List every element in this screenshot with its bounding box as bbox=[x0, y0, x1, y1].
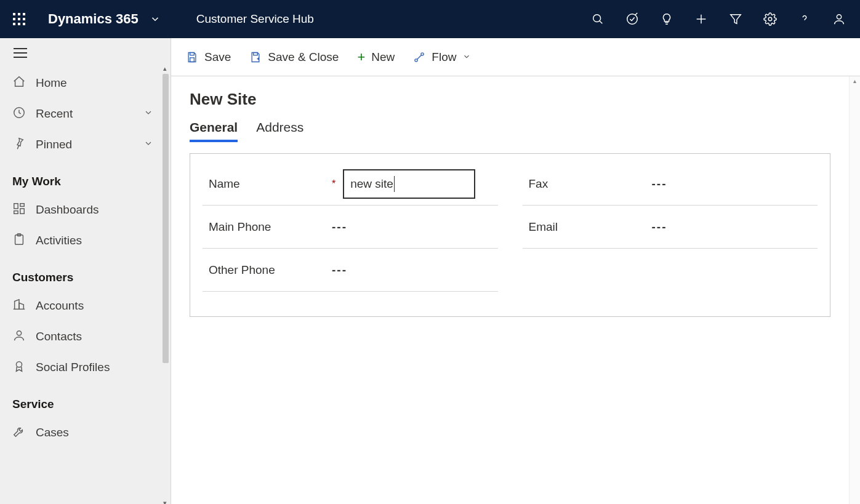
svg-point-7 bbox=[768, 17, 772, 21]
new-label: New bbox=[371, 50, 395, 64]
waffle-icon bbox=[13, 13, 25, 25]
chevron-down-icon bbox=[143, 138, 153, 151]
badge-icon bbox=[12, 359, 26, 376]
app-launcher-button[interactable] bbox=[6, 6, 32, 32]
hub-title[interactable]: Customer Service Hub bbox=[196, 12, 314, 26]
help-button[interactable] bbox=[790, 4, 819, 34]
clipboard-icon bbox=[12, 233, 26, 249]
scroll-up-icon: ▴ bbox=[159, 65, 171, 73]
scroll-down-icon: ▾ bbox=[159, 499, 171, 504]
quick-create-button[interactable] bbox=[686, 4, 716, 34]
settings-button[interactable] bbox=[755, 4, 785, 34]
sidebar-section-service: Service bbox=[0, 383, 171, 417]
page-title: New Site bbox=[190, 90, 830, 109]
plus-icon bbox=[694, 12, 708, 26]
svg-line-3 bbox=[635, 13, 638, 15]
sidebar-item-cases[interactable]: Cases bbox=[0, 417, 171, 448]
sidebar-item-label: Home bbox=[36, 76, 153, 90]
flow-icon bbox=[413, 51, 425, 63]
sidebar-item-dashboards[interactable]: Dashboards bbox=[0, 194, 171, 225]
field-label: Other Phone bbox=[203, 263, 332, 277]
command-bar: Save Save & Close + New Flow bbox=[171, 38, 860, 76]
svg-point-24 bbox=[421, 52, 424, 55]
brand-title[interactable]: Dynamics 365 bbox=[48, 11, 139, 27]
field-value: --- bbox=[652, 220, 667, 234]
account-button[interactable] bbox=[824, 4, 854, 34]
flow-label: Flow bbox=[432, 50, 456, 64]
svg-rect-12 bbox=[20, 203, 24, 206]
person-icon bbox=[832, 12, 846, 26]
main-area: Save Save & Close + New Flow New Site Ge… bbox=[171, 38, 860, 504]
sidebar-item-label: Contacts bbox=[36, 330, 153, 343]
chevron-down-icon bbox=[143, 107, 153, 121]
chevron-down-icon bbox=[462, 50, 471, 64]
save-close-label: Save & Close bbox=[268, 50, 339, 64]
field-other-phone[interactable]: Other Phone --- bbox=[203, 249, 498, 292]
svg-point-2 bbox=[627, 14, 638, 25]
tab-general[interactable]: General bbox=[190, 120, 238, 142]
search-button[interactable] bbox=[583, 4, 613, 34]
sidebar-item-label: Recent bbox=[36, 107, 134, 121]
sidebar-item-recent[interactable]: Recent bbox=[0, 98, 171, 129]
search-icon bbox=[591, 12, 605, 26]
field-fax[interactable]: Fax --- bbox=[523, 162, 818, 206]
svg-point-0 bbox=[593, 15, 601, 22]
field-label: Fax bbox=[523, 177, 652, 191]
sidebar-item-pinned[interactable]: Pinned bbox=[0, 129, 171, 160]
field-email[interactable]: Email --- bbox=[523, 206, 818, 249]
home-icon bbox=[12, 75, 26, 92]
save-button[interactable]: Save bbox=[186, 50, 231, 64]
svg-rect-22 bbox=[254, 52, 258, 55]
dashboard-icon bbox=[12, 202, 26, 218]
save-close-button[interactable]: Save & Close bbox=[249, 50, 339, 64]
svg-point-9 bbox=[837, 15, 841, 19]
field-value: --- bbox=[332, 220, 347, 234]
lightbulb-icon bbox=[660, 12, 673, 26]
field-name: Name * new site bbox=[203, 162, 498, 206]
content-scrollbar[interactable]: ▴ bbox=[849, 76, 860, 504]
sidebar-item-social-profiles[interactable]: Social Profiles bbox=[0, 352, 171, 383]
sidebar-item-accounts[interactable]: Accounts bbox=[0, 290, 171, 321]
sidebar-item-contacts[interactable]: Contacts bbox=[0, 321, 171, 352]
svg-point-23 bbox=[415, 58, 417, 61]
sidebar-item-label: Dashboards bbox=[36, 203, 153, 217]
task-checkmark-icon bbox=[625, 12, 639, 26]
global-navbar: Dynamics 365 Customer Service Hub bbox=[0, 0, 860, 38]
flow-button[interactable]: Flow bbox=[413, 50, 471, 64]
filter-icon bbox=[729, 12, 742, 26]
tab-address[interactable]: Address bbox=[256, 120, 303, 142]
advanced-find-button[interactable] bbox=[721, 4, 750, 34]
task-flow-button[interactable] bbox=[617, 4, 647, 34]
svg-rect-14 bbox=[14, 210, 18, 214]
svg-point-18 bbox=[17, 330, 21, 335]
sidebar-item-label: Pinned bbox=[36, 138, 134, 151]
scrollbar-thumb[interactable] bbox=[163, 74, 169, 363]
plus-icon: + bbox=[357, 50, 365, 64]
svg-rect-11 bbox=[14, 203, 18, 208]
new-button[interactable]: + New bbox=[357, 50, 395, 64]
field-label: Email bbox=[523, 220, 652, 234]
clock-icon bbox=[12, 106, 26, 122]
workspace: Home Recent Pinned My Work Dashboards Ac… bbox=[0, 38, 860, 504]
assistant-button[interactable] bbox=[652, 4, 681, 34]
sidebar-item-activities[interactable]: Activities bbox=[0, 225, 171, 256]
brand-switcher-chevron[interactable] bbox=[150, 14, 161, 25]
field-main-phone[interactable]: Main Phone --- bbox=[203, 206, 498, 249]
sidebar-item-home[interactable]: Home bbox=[0, 68, 171, 98]
sidebar-item-label: Cases bbox=[36, 426, 153, 439]
wrench-icon bbox=[12, 425, 26, 441]
name-input[interactable]: new site bbox=[343, 169, 475, 199]
sidebar: Home Recent Pinned My Work Dashboards Ac… bbox=[0, 38, 171, 504]
sidebar-section-mywork: My Work bbox=[0, 160, 171, 194]
hamburger-icon bbox=[14, 48, 27, 58]
sidebar-section-customers: Customers bbox=[0, 256, 171, 290]
field-value: --- bbox=[332, 263, 347, 277]
gear-icon bbox=[763, 12, 777, 26]
name-input-value: new site bbox=[350, 177, 393, 191]
sidebar-item-label: Activities bbox=[36, 234, 153, 247]
sidebar-scrollbar[interactable]: ▴ ▾ bbox=[159, 68, 171, 504]
sidebar-toggle-button[interactable] bbox=[0, 38, 171, 68]
svg-rect-20 bbox=[190, 52, 195, 55]
save-icon bbox=[186, 51, 198, 63]
field-label: Main Phone bbox=[203, 220, 332, 234]
